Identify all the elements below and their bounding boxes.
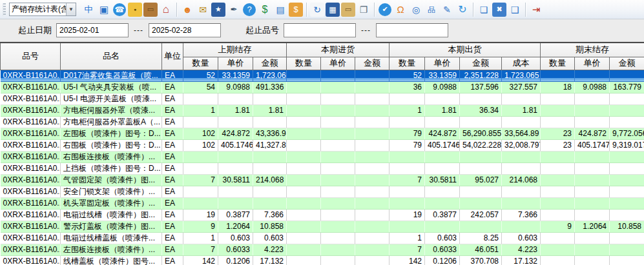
cell-unit[interactable]: EA <box>162 255 183 265</box>
cell-end-qty[interactable]: 23 <box>541 139 575 151</box>
cell-end-amount[interactable] <box>610 104 644 116</box>
column-header-unit[interactable]: 单位 <box>162 43 183 70</box>
cell-prev-amount[interactable]: 17.132 <box>253 255 287 265</box>
cell-item-no[interactable]: 0XRX-B1161A0... <box>1 70 61 81</box>
cell-prev-amount[interactable]: 7.366 <box>253 209 287 221</box>
cell-end-qty[interactable] <box>541 151 575 162</box>
cell-in-price[interactable] <box>321 221 355 232</box>
cell-out-amount[interactable] <box>460 221 502 232</box>
column-header-end-qty[interactable]: 数量 <box>541 57 575 70</box>
cell-out-amount[interactable]: 36.34 <box>460 104 502 116</box>
help-icon[interactable]: ? <box>243 3 256 16</box>
cell-item-name[interactable]: 电箱过线槽盖板（喷漆件... <box>61 232 162 244</box>
cell-prev-qty[interactable] <box>183 162 218 174</box>
column-header-in-price[interactable]: 单价 <box>321 57 355 70</box>
cell-unit[interactable]: EA <box>162 151 183 162</box>
table-row[interactable]: 0XRX-B1161A0...左围板连接板（喷漆件）...EA70.60334.… <box>1 244 644 255</box>
table-row[interactable]: 0XRX-B1161A0...线槽盖板（喷漆件）图号...EA1420.1206… <box>1 255 644 265</box>
column-header-item-name[interactable]: 品名 <box>61 43 162 70</box>
column-header-prev-amount[interactable]: 金额 <box>253 57 287 70</box>
cell-in-price[interactable] <box>321 151 355 162</box>
cell-prev-amount[interactable] <box>253 197 287 209</box>
cell-in-qty[interactable] <box>287 209 321 221</box>
cell-out-qty[interactable]: 36 <box>390 81 425 93</box>
cell-prev-qty[interactable]: 102 <box>183 128 218 139</box>
cell-end-qty[interactable] <box>541 232 575 244</box>
home-icon[interactable]: ⌂ <box>159 3 173 17</box>
cell-prev-amount[interactable] <box>253 151 287 162</box>
cell-out-qty[interactable]: 79 <box>390 128 425 139</box>
cell-prev-amount[interactable] <box>253 93 287 104</box>
monitor-pen-icon[interactable]: ✎ <box>440 3 454 17</box>
cell-item-no[interactable]: 0XRX-B1161A0... <box>1 93 61 104</box>
key-icon[interactable]: ✒ <box>227 3 241 17</box>
cell-end-qty[interactable] <box>541 186 575 197</box>
cell-end-amount[interactable] <box>610 255 644 265</box>
cell-in-price[interactable] <box>321 162 355 174</box>
cell-in-price[interactable] <box>321 232 355 244</box>
cell-in-price[interactable] <box>321 128 355 139</box>
cell-in-amount[interactable] <box>355 81 390 93</box>
item-from-input[interactable] <box>284 23 356 37</box>
cell-out-price[interactable] <box>425 93 460 104</box>
cell-out-price[interactable]: 0.1206 <box>425 255 460 265</box>
cell-in-price[interactable] <box>321 174 355 186</box>
cell-out-cost[interactable] <box>502 116 541 128</box>
cell-prev-qty[interactable] <box>183 197 218 209</box>
cell-in-amount[interactable] <box>355 116 390 128</box>
cell-in-amount[interactable] <box>355 174 390 186</box>
cell-in-amount[interactable] <box>355 209 390 221</box>
users-icon[interactable]: ☻ <box>180 3 194 17</box>
notebook-icon[interactable]: ▦ <box>326 3 340 17</box>
table-row[interactable]: 0XRX-B1161A0...右围板连接板（喷漆件）...EA <box>1 151 644 162</box>
toolbar-grip[interactable] <box>3 3 6 16</box>
cell-item-name[interactable]: D017油雾收集器盖板（喷... <box>61 70 162 81</box>
cell-item-no[interactable]: 0XRX-B1161A0... <box>1 174 61 186</box>
cell-out-qty[interactable]: 7 <box>390 244 425 255</box>
cell-out-qty[interactable]: 7 <box>390 174 425 186</box>
cell-out-qty[interactable]: 142 <box>390 255 425 265</box>
cell-in-price[interactable] <box>321 116 355 128</box>
cell-in-amount[interactable] <box>355 104 390 116</box>
exit-icon[interactable]: ⇥ <box>529 3 543 17</box>
cell-out-amount[interactable]: 2,351.228 <box>460 70 502 81</box>
cell-out-amount[interactable]: 56,290.855 <box>460 128 502 139</box>
cell-in-price[interactable] <box>321 104 355 116</box>
cell-item-name[interactable]: 右围板连接板（喷漆件）... <box>61 151 162 162</box>
cell-item-no[interactable]: 0XRX-B1161A0... <box>1 186 61 197</box>
cell-end-qty[interactable] <box>541 209 575 221</box>
cell-out-cost[interactable]: 1.81 <box>502 104 541 116</box>
cell-prev-qty[interactable]: 52 <box>183 70 218 81</box>
cell-item-name[interactable]: 安全门锁支架（喷漆件）... <box>61 186 162 197</box>
cell-end-amount[interactable]: 9,319.017 <box>610 139 644 151</box>
cell-prev-price[interactable] <box>218 151 253 162</box>
cell-prev-price[interactable] <box>218 186 253 197</box>
cell-prev-price[interactable]: 30.5811 <box>218 174 253 186</box>
cell-in-amount[interactable] <box>355 70 390 81</box>
cell-in-amount[interactable] <box>355 186 390 197</box>
cell-item-no[interactable]: 0XRX-B1161A0... <box>1 255 61 265</box>
cell-out-price[interactable] <box>425 162 460 174</box>
chevron-down-icon[interactable]: ▼ <box>66 3 76 15</box>
cell-out-amount[interactable]: 370.708 <box>460 255 502 265</box>
cell-in-amount[interactable] <box>355 221 390 232</box>
column-header-out-qty[interactable]: 数量 <box>390 57 425 70</box>
cell-out-price[interactable]: 33.1359 <box>425 70 460 81</box>
cell-out-amount[interactable]: 95.027 <box>460 174 502 186</box>
cell-out-price[interactable] <box>425 151 460 162</box>
cell-out-cost[interactable] <box>502 197 541 209</box>
cell-out-amount[interactable]: 242.057 <box>460 209 502 221</box>
cell-out-price[interactable] <box>425 197 460 209</box>
cell-out-price[interactable] <box>425 221 460 232</box>
cell-prev-price[interactable] <box>218 162 253 174</box>
cell-out-qty[interactable]: 52 <box>390 70 425 81</box>
cell-in-price[interactable] <box>321 70 355 81</box>
cell-out-price[interactable]: 0.603 <box>425 232 460 244</box>
book-star-icon[interactable]: ★ <box>211 3 225 17</box>
cell-end-amount[interactable] <box>610 186 644 197</box>
cell-end-amount[interactable]: 10.858 <box>610 221 644 232</box>
cell-end-amount[interactable] <box>610 174 644 186</box>
cell-prev-amount[interactable] <box>253 162 287 174</box>
column-header-prev-qty[interactable]: 数量 <box>183 57 218 70</box>
cell-prev-amount[interactable]: 1.81 <box>253 104 287 116</box>
